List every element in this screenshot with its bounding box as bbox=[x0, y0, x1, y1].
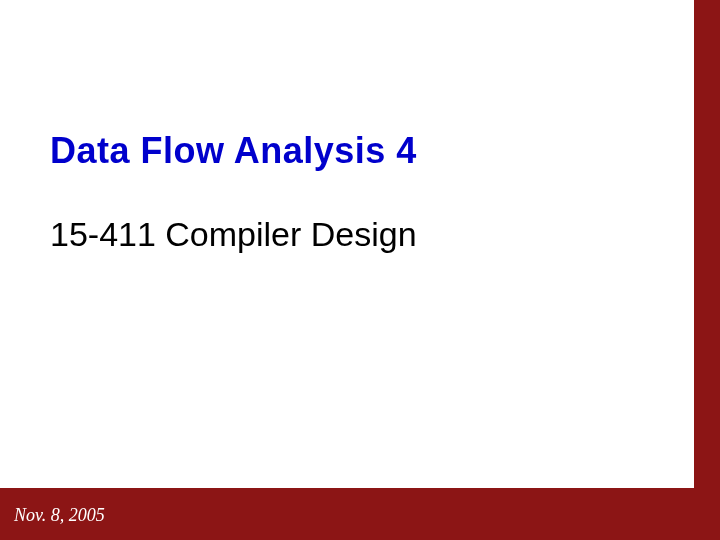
slide-container: Data Flow Analysis 4 15-411 Compiler Des… bbox=[0, 0, 720, 540]
slide-date: Nov. 8, 2005 bbox=[14, 505, 105, 526]
decorative-border-bottom bbox=[0, 488, 720, 540]
decorative-border-right bbox=[694, 0, 720, 540]
slide-title: Data Flow Analysis 4 bbox=[50, 130, 417, 172]
slide-subtitle: 15-411 Compiler Design bbox=[50, 215, 417, 254]
